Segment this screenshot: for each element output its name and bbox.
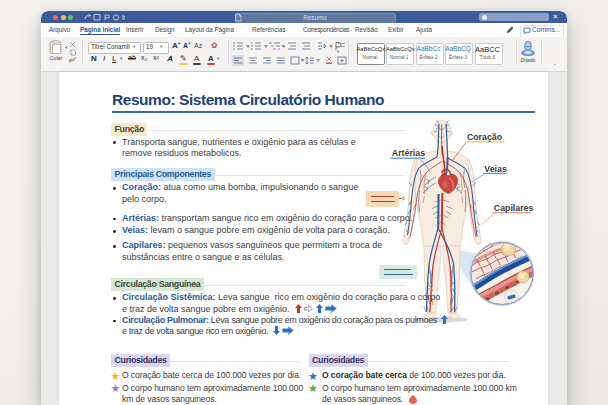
svg-text:Veias: Veias	[484, 164, 507, 174]
svg-text:Coração: Coração	[467, 132, 503, 142]
svg-text:Capilares: Capilares	[494, 203, 534, 213]
svg-text:Artérias: Artérias	[392, 148, 425, 158]
